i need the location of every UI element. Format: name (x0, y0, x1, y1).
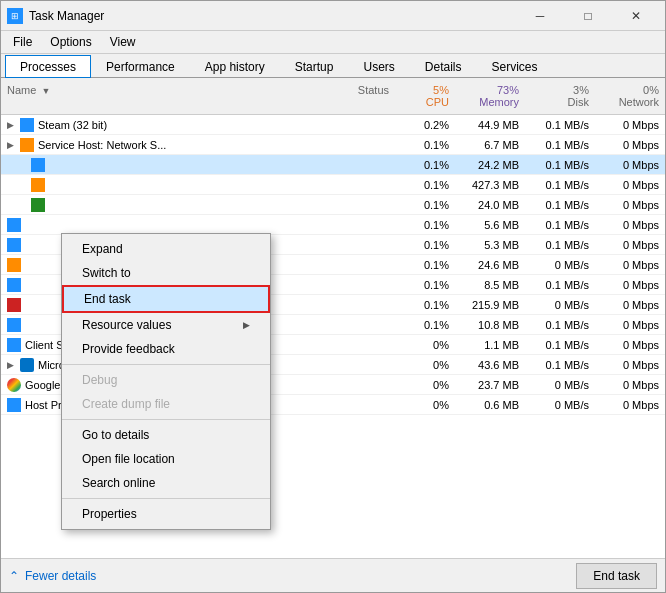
table-row[interactable]: 0.1% 5.6 MB 0.1 MB/s 0 Mbps (1, 215, 665, 235)
cell-memory: 1.1 MB (455, 339, 525, 351)
task-manager-window: ⊞ Task Manager ─ □ ✕ File Options View P… (0, 0, 666, 593)
cell-network: 0 Mbps (595, 259, 665, 271)
process-name: Steam (32 bit) (38, 119, 107, 131)
col-disk[interactable]: 3%Disk (525, 80, 595, 112)
cell-network: 0 Mbps (595, 239, 665, 251)
cell-disk: 0.1 MB/s (525, 179, 595, 191)
cell-disk: 0.1 MB/s (525, 359, 595, 371)
process-icon (31, 198, 45, 212)
table-row[interactable]: ▶ Steam (32 bit) 0.2% 44.9 MB 0.1 MB/s 0… (1, 115, 665, 135)
tab-details[interactable]: Details (410, 55, 477, 78)
window-title: Task Manager (29, 9, 104, 23)
col-network[interactable]: 0%Network (595, 80, 665, 112)
app-icon: ⊞ (7, 8, 23, 24)
process-icon (7, 238, 21, 252)
table-row[interactable]: 0.1% 427.3 MB 0.1 MB/s 0 Mbps (1, 175, 665, 195)
cell-network: 0 Mbps (595, 299, 665, 311)
expand-icon[interactable]: ▶ (7, 140, 14, 150)
cell-cpu: 0.1% (395, 299, 455, 311)
process-icon (20, 358, 34, 372)
menu-file[interactable]: File (5, 33, 40, 51)
tab-services[interactable]: Services (477, 55, 553, 78)
col-status[interactable]: Status (295, 80, 395, 112)
cell-network: 0 Mbps (595, 359, 665, 371)
cell-name: ▶ Steam (32 bit) (1, 118, 295, 132)
table-row[interactable]: 0.1% 24.2 MB 0.1 MB/s 0 Mbps (1, 155, 665, 175)
cell-memory: 5.3 MB (455, 239, 525, 251)
end-task-button[interactable]: End task (576, 563, 657, 589)
tab-startup[interactable]: Startup (280, 55, 349, 78)
tab-users[interactable]: Users (348, 55, 409, 78)
window-controls: ─ □ ✕ (517, 6, 659, 26)
cell-disk: 0.1 MB/s (525, 339, 595, 351)
ctx-dump-label: Create dump file (82, 397, 170, 411)
ctx-search-online[interactable]: Search online (62, 471, 270, 495)
maximize-button[interactable]: □ (565, 6, 611, 26)
ctx-go-to-details[interactable]: Go to details (62, 423, 270, 447)
ctx-debug-label: Debug (82, 373, 117, 387)
process-icon (20, 138, 34, 152)
cell-cpu: 0% (395, 399, 455, 411)
cell-disk: 0.1 MB/s (525, 139, 595, 151)
process-icon (31, 158, 45, 172)
cell-network: 0 Mbps (595, 219, 665, 231)
cell-cpu: 0% (395, 339, 455, 351)
cell-cpu: 0.1% (395, 319, 455, 331)
cell-memory: 43.6 MB (455, 359, 525, 371)
ctx-details-label: Go to details (82, 428, 149, 442)
col-memory[interactable]: 73%Memory (455, 80, 525, 112)
ctx-switch-label: Switch to (82, 266, 131, 280)
expand-icon[interactable]: ▶ (7, 120, 14, 130)
table-row[interactable]: 0.1% 24.0 MB 0.1 MB/s 0 Mbps (1, 195, 665, 215)
process-icon (7, 298, 21, 312)
ctx-properties-label: Properties (82, 507, 137, 521)
ctx-end-task-label: End task (84, 292, 131, 306)
cell-memory: 8.5 MB (455, 279, 525, 291)
ctx-search-label: Search online (82, 476, 155, 490)
close-button[interactable]: ✕ (613, 6, 659, 26)
cell-disk: 0.1 MB/s (525, 199, 595, 211)
tab-app-history[interactable]: App history (190, 55, 280, 78)
ctx-open-file[interactable]: Open file location (62, 447, 270, 471)
title-bar: ⊞ Task Manager ─ □ ✕ (1, 1, 665, 31)
cell-name (1, 178, 295, 192)
cell-memory: 23.7 MB (455, 379, 525, 391)
ctx-properties[interactable]: Properties (62, 502, 270, 526)
fewer-details-button[interactable]: ⌃ Fewer details (9, 569, 96, 583)
title-bar-left: ⊞ Task Manager (7, 8, 104, 24)
menu-view[interactable]: View (102, 33, 144, 51)
cell-cpu: 0.1% (395, 219, 455, 231)
col-name[interactable]: Name ▼ (1, 80, 295, 112)
cell-network: 0 Mbps (595, 319, 665, 331)
cell-network: 0 Mbps (595, 279, 665, 291)
cell-cpu: 0.1% (395, 279, 455, 291)
cell-memory: 24.0 MB (455, 199, 525, 211)
cell-network: 0 Mbps (595, 119, 665, 131)
ctx-expand[interactable]: Expand (62, 237, 270, 261)
table-row[interactable]: ▶ Service Host: Network S... 0.1% 6.7 MB… (1, 135, 665, 155)
ctx-provide-feedback[interactable]: Provide feedback (62, 337, 270, 361)
minimize-button[interactable]: ─ (517, 6, 563, 26)
submenu-arrow-icon: ▶ (243, 320, 250, 330)
cell-network: 0 Mbps (595, 379, 665, 391)
ctx-switch-to[interactable]: Switch to (62, 261, 270, 285)
cell-disk: 0.1 MB/s (525, 239, 595, 251)
tab-performance[interactable]: Performance (91, 55, 190, 78)
col-cpu[interactable]: 5%CPU (395, 80, 455, 112)
cell-memory: 427.3 MB (455, 179, 525, 191)
ctx-separator-1 (62, 364, 270, 365)
cell-memory: 24.2 MB (455, 159, 525, 171)
cell-name (1, 218, 295, 232)
menu-options[interactable]: Options (42, 33, 99, 51)
process-icon (31, 178, 45, 192)
expand-icon[interactable]: ▶ (7, 360, 14, 370)
ctx-create-dump: Create dump file (62, 392, 270, 416)
chevron-up-icon: ⌃ (9, 569, 19, 583)
ctx-resource-values[interactable]: Resource values ▶ (62, 313, 270, 337)
tab-processes[interactable]: Processes (5, 55, 91, 78)
cell-cpu: 0% (395, 359, 455, 371)
cell-disk: 0.1 MB/s (525, 319, 595, 331)
ctx-separator-2 (62, 419, 270, 420)
cell-network: 0 Mbps (595, 159, 665, 171)
ctx-end-task[interactable]: End task (62, 285, 270, 313)
